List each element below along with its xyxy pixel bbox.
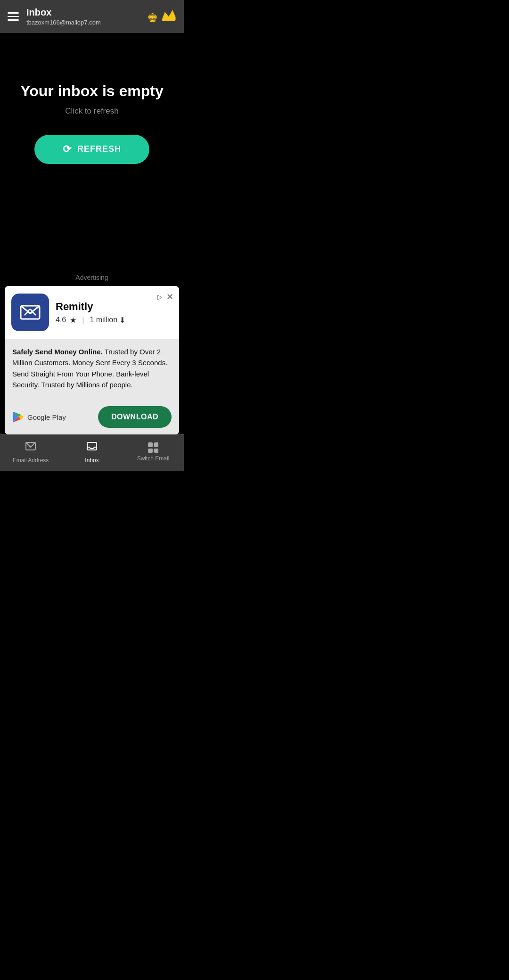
menu-button[interactable] bbox=[8, 12, 19, 21]
bottom-nav: Email Address Inbox Switch Email bbox=[0, 434, 184, 471]
refresh-button-label: REFRESH bbox=[77, 144, 121, 154]
main-content: Your inbox is empty Click to refresh ⟳ R… bbox=[0, 33, 184, 204]
rating-value: 4.6 bbox=[56, 316, 66, 324]
nav-label-switch-email: Switch Email bbox=[137, 455, 170, 462]
star-icon: ★ bbox=[70, 316, 76, 325]
ad-header: Remitly 4.6 ★ | 1 million ⬇ ▷ ✕ bbox=[5, 286, 179, 339]
refresh-hint: Click to refresh bbox=[65, 106, 118, 116]
svg-rect-1 bbox=[162, 19, 175, 21]
empty-inbox-title: Your inbox is empty bbox=[20, 82, 163, 100]
google-play-icon bbox=[12, 411, 25, 423]
google-play-badge: Google Play bbox=[12, 411, 66, 423]
remitly-logo-icon bbox=[17, 299, 43, 326]
spacer bbox=[0, 204, 184, 264]
refresh-button[interactable]: ⟳ REFRESH bbox=[34, 135, 149, 164]
ad-app-icon bbox=[11, 294, 49, 331]
ad-controls: ▷ ✕ bbox=[157, 292, 173, 302]
crown-icon[interactable]: ♚ bbox=[147, 8, 176, 25]
google-play-label: Google Play bbox=[27, 413, 66, 421]
ad-play-icon: ▷ bbox=[157, 293, 163, 301]
user-email: tbazoxm166@mailop7.com bbox=[26, 19, 140, 26]
ad-app-rating: 4.6 ★ | 1 million ⬇ bbox=[56, 316, 172, 325]
svg-marker-0 bbox=[162, 10, 175, 20]
download-number: 1 million bbox=[90, 316, 117, 324]
nav-label-inbox: Inbox bbox=[85, 457, 99, 464]
nav-label-email-address: Email Address bbox=[13, 457, 49, 464]
inbox-icon bbox=[86, 441, 98, 455]
ad-card: Remitly 4.6 ★ | 1 million ⬇ ▷ ✕ bbox=[5, 286, 179, 434]
ad-label: Advertising bbox=[0, 274, 184, 281]
page-title: Inbox bbox=[26, 7, 140, 18]
ad-body: Safely Send Money Online. Trusted by Ove… bbox=[5, 339, 179, 400]
download-icon: ⬇ bbox=[119, 316, 125, 325]
download-count: 1 million ⬇ bbox=[90, 316, 125, 325]
switch-email-icon bbox=[148, 442, 158, 453]
ad-app-info: Remitly 4.6 ★ | 1 million ⬇ bbox=[56, 301, 172, 325]
download-button[interactable]: DOWNLOAD bbox=[98, 406, 172, 428]
nav-item-switch-email[interactable]: Switch Email bbox=[123, 442, 184, 462]
ad-app-name: Remitly bbox=[56, 301, 172, 313]
nav-item-inbox[interactable]: Inbox bbox=[61, 441, 123, 464]
ad-body-text: Safely Send Money Online. Trusted by Ove… bbox=[12, 346, 172, 390]
email-address-icon bbox=[25, 441, 36, 455]
header-title-group: Inbox tbazoxm166@mailop7.com bbox=[26, 7, 140, 26]
divider: | bbox=[82, 316, 84, 324]
ad-close-button[interactable]: ✕ bbox=[166, 292, 173, 302]
refresh-icon: ⟳ bbox=[63, 143, 72, 155]
ad-footer: Google Play DOWNLOAD bbox=[5, 400, 179, 434]
app-header: Inbox tbazoxm166@mailop7.com ♚ bbox=[0, 0, 184, 33]
nav-item-email-address[interactable]: Email Address bbox=[0, 441, 61, 464]
ad-body-bold: Safely Send Money Online. bbox=[12, 348, 103, 356]
ad-section: Advertising Remitly 4.6 bbox=[0, 264, 184, 434]
